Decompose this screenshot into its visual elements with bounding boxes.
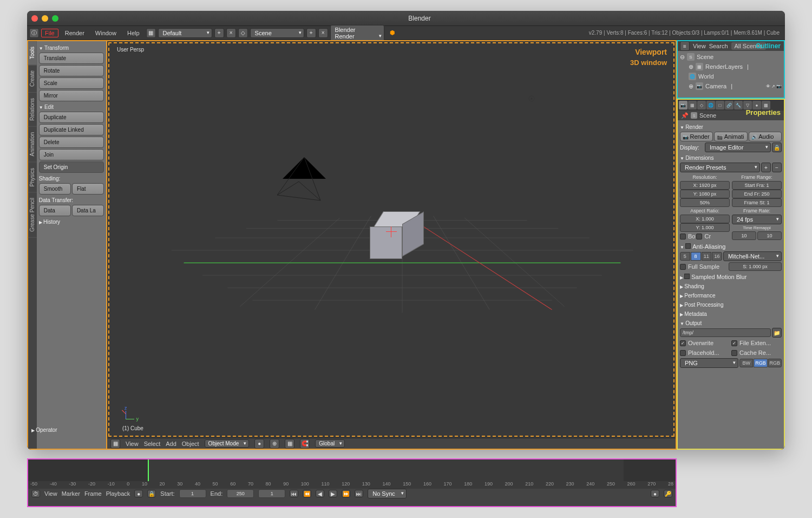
restrict-icons[interactable]: 👁 ↗ 📷 — [766, 84, 782, 89]
tab-relations[interactable]: Relations — [28, 93, 37, 127]
data-button[interactable]: Data — [39, 205, 71, 216]
timeline-marker-menu[interactable]: Marker — [62, 490, 80, 497]
select-menu[interactable]: Select — [144, 441, 161, 447]
tree-renderlayers[interactable]: ⊕▦RenderLayers| — [680, 62, 782, 72]
add-scene-button[interactable]: + — [306, 28, 316, 38]
play-reverse-icon[interactable]: ◀ — [316, 490, 324, 497]
lock-icon[interactable]: 🔒 — [147, 490, 156, 497]
crop-checkbox[interactable]: Cr — [696, 232, 711, 241]
sampled-motion-blur-header[interactable]: Sampled Motion Blur — [680, 272, 782, 282]
dimensions-panel-header[interactable]: Dimensions — [680, 153, 782, 163]
timeline-playback-menu[interactable]: Playback — [106, 490, 130, 497]
modifiers-tab-icon[interactable]: 🔧 — [734, 101, 743, 109]
display-dropdown[interactable]: Image Editor — [705, 143, 771, 152]
time-new-field[interactable]: 10 — [757, 231, 782, 240]
add-menu[interactable]: Add — [166, 441, 176, 447]
auto-keyframe-icon[interactable]: ● — [134, 490, 143, 497]
tab-create[interactable]: Create — [28, 65, 37, 93]
add-preset-button[interactable]: + — [761, 163, 771, 172]
mode-dropdown[interactable]: Object Mode — [205, 439, 250, 448]
orientation-dropdown[interactable]: Global — [315, 439, 345, 448]
remove-preset-button[interactable]: − — [772, 163, 782, 172]
outliner-search-menu[interactable]: Search — [709, 43, 728, 49]
tab-grease-pencil[interactable]: Grease Pencil — [28, 192, 37, 238]
end-frame-field[interactable]: End Fr: 250 — [732, 190, 782, 198]
output-path-field[interactable]: /tmp/ — [680, 328, 771, 337]
start-frame-field[interactable]: Start Fra: 1 — [732, 181, 782, 190]
minimize-window-icon[interactable] — [42, 15, 48, 22]
viewport-editor-type-icon[interactable]: ▦ — [110, 439, 120, 449]
resolution-pct-field[interactable]: 50% — [680, 198, 730, 207]
scale-button[interactable]: Scale — [39, 77, 104, 89]
maximize-window-icon[interactable] — [52, 15, 58, 22]
output-format-dropdown[interactable]: PNG — [680, 358, 738, 368]
3d-viewport[interactable]: Viewport 3D window User Persp (1) Cube — [108, 42, 675, 437]
history-panel-header[interactable]: History — [39, 217, 104, 226]
delete-button[interactable]: Delete — [39, 137, 104, 148]
timeline-view-menu[interactable]: View — [44, 490, 57, 497]
tree-scene[interactable]: ⊖SScene — [680, 52, 782, 62]
frame-rate-dropdown[interactable]: 24 fps — [732, 215, 782, 224]
view-menu[interactable]: View — [126, 441, 139, 447]
file-browser-icon[interactable]: 📁 — [772, 328, 782, 338]
record-icon[interactable]: ● — [651, 490, 659, 497]
file-extensions-checkbox[interactable]: File Exten... — [731, 339, 782, 347]
duplicate-linked-button[interactable]: Duplicate Linked — [39, 124, 104, 135]
border-checkbox[interactable]: Bo — [680, 232, 695, 241]
tree-world[interactable]: 🌐World — [680, 72, 782, 81]
scene-dropdown[interactable]: Scene — [250, 28, 304, 38]
jump-next-keyframe-icon[interactable]: ⏩ — [342, 490, 350, 497]
smooth-button[interactable]: Smooth — [39, 183, 71, 195]
scene-icon[interactable]: ◇ — [238, 28, 248, 38]
sync-dropdown[interactable]: No Sync — [368, 489, 407, 498]
render-button[interactable]: 📷 Render — [680, 132, 713, 141]
join-button[interactable]: Join — [39, 149, 104, 160]
screen-layout-icon[interactable]: ▦ — [146, 28, 156, 38]
editor-type-icon[interactable]: ⓘ — [29, 28, 39, 38]
metadata-panel-header[interactable]: Metadata — [680, 309, 782, 319]
delete-scene-button[interactable]: × — [318, 28, 328, 38]
aa-5-option[interactable]: 5 — [680, 252, 690, 261]
tab-physics[interactable]: Physics — [28, 163, 37, 192]
start-frame-field[interactable]: 1 — [179, 489, 206, 498]
window-menu[interactable]: Window — [91, 29, 121, 37]
render-engine-dropdown[interactable]: Blender Render — [330, 25, 384, 41]
translate-button[interactable]: Translate — [39, 53, 104, 64]
cache-result-checkbox[interactable]: Cache Re... — [731, 348, 782, 357]
shading-icon[interactable]: ● — [254, 439, 264, 449]
shading-panel-header[interactable]: Shading — [680, 282, 782, 291]
current-frame-field[interactable]: 1 — [258, 489, 285, 498]
animation-button[interactable]: 🎬 Animati — [714, 132, 747, 141]
set-origin-dropdown[interactable]: Set Origin — [39, 161, 104, 173]
duplicate-button[interactable]: Duplicate — [39, 112, 104, 123]
render-tab-icon[interactable]: 📷 — [679, 101, 687, 109]
frame-step-field[interactable]: Frame St: 1 — [732, 198, 782, 207]
time-old-field[interactable]: 10 — [732, 231, 756, 240]
aspect-x-field[interactable]: X: 1.000 — [680, 215, 730, 223]
data-layout-button[interactable]: Data La — [72, 205, 104, 216]
timeline-track[interactable]: -50-40-30-20-100102030405060708090100110… — [28, 459, 676, 489]
scene-tab-icon[interactable]: ◇ — [697, 101, 706, 109]
color-bw-option[interactable]: BW — [739, 359, 753, 367]
camera-object[interactable] — [272, 152, 337, 206]
timeline-frame-menu[interactable]: Frame — [84, 490, 102, 497]
edit-panel-header[interactable]: Edit — [39, 102, 104, 112]
resolution-y-field[interactable]: Y: 1080 px — [680, 190, 730, 198]
output-panel-header[interactable]: Output — [680, 319, 782, 328]
flat-button[interactable]: Flat — [72, 183, 104, 195]
layers-icon[interactable]: ▦ — [285, 439, 294, 449]
file-menu[interactable]: File — [41, 29, 58, 37]
anti-aliasing-panel-header[interactable]: Anti-Aliasing — [680, 242, 782, 251]
tab-animation[interactable]: Animation — [28, 127, 37, 162]
color-rgba-option[interactable]: RGB — [768, 359, 782, 367]
play-icon[interactable]: ▶ — [329, 490, 337, 497]
object-menu[interactable]: Object — [182, 441, 199, 447]
aa-11-option[interactable]: 11 — [702, 252, 712, 261]
color-rgb-option[interactable]: RGB — [754, 359, 767, 367]
aa-16-option[interactable]: 16 — [712, 252, 722, 261]
mirror-button[interactable]: Mirror — [39, 90, 104, 101]
audio-button[interactable]: 🔊 Audio — [749, 132, 782, 141]
delete-layout-button[interactable]: × — [226, 28, 236, 38]
outliner-editor-type-icon[interactable]: ≡ — [680, 41, 690, 51]
playhead[interactable] — [148, 459, 149, 481]
